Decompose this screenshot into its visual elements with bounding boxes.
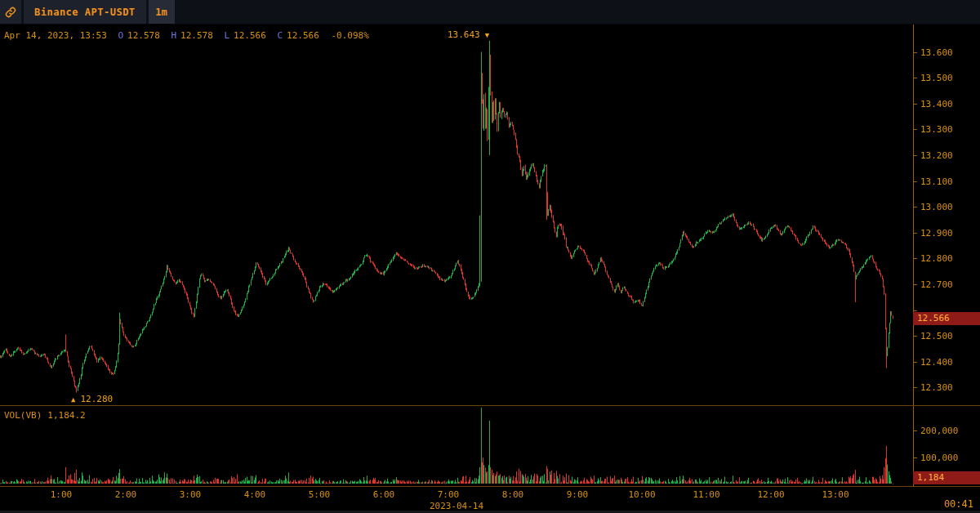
date-label: 2023-04-14 [430,501,483,511]
timeframe-label: 1m [155,7,167,18]
open-value: 12.578 [127,30,160,41]
arrow-down-icon: ▼ [485,31,489,39]
time-tick-label: 10:00 [628,489,655,500]
price-tick-label: 13.300 [920,124,953,135]
price-tick-mark [913,155,917,156]
price-tick-label: 13.000 [920,202,953,212]
last-volume-value: 1,184 [917,472,944,483]
time-tick-label: 5:00 [309,489,331,500]
volume-tick-mark [913,430,917,431]
last-price-value: 12.566 [917,313,950,323]
low-price-marker: ▲12.280 [71,394,113,404]
price-tick-mark [913,104,917,105]
high-price-marker: 13.643▼ [448,29,489,40]
high-marker-value: 13.643 [448,29,480,40]
price-tick-label: 13.200 [920,150,953,161]
price-tick-label: 13.500 [920,73,953,83]
last-volume-badge: 1,184 [913,471,980,484]
price-tick-mark [913,258,917,259]
price-tick-mark [913,387,917,388]
price-tick-label: 12.300 [920,382,953,393]
price-tick-mark [913,233,917,234]
time-tick-label: 11:00 [693,489,719,500]
symbol-button[interactable]: Binance APT-USDT [24,0,146,24]
volume-tick-mark [913,457,917,458]
top-bar: Binance APT-USDT 1m [0,0,980,25]
price-tick-label: 12.900 [920,228,953,239]
price-tick-mark [913,207,917,207]
high-label: H [171,30,176,41]
price-tick-label: 12.500 [920,331,953,341]
price-tick-mark [913,181,917,182]
time-tick-label: 1:00 [51,489,73,500]
high-value: 12.578 [180,30,213,41]
close-label: C [277,30,283,41]
price-tick-label: 12.800 [920,253,953,264]
price-tick-mark [913,362,917,363]
arrow-up-icon: ▲ [71,395,75,404]
price-tick-label: 13.400 [920,99,953,109]
time-tick-label: 8:00 [502,489,524,500]
time-tick-label: 3:00 [180,489,202,500]
pane-divider[interactable] [0,405,980,406]
price-tick-mark [913,310,917,311]
price-tick-label: 13.600 [920,47,953,58]
time-tick-label: 12:00 [757,489,784,500]
volume-indicator-name: VOL(VB) [4,410,42,421]
time-tick-label: 2:00 [115,489,137,500]
chain-link-icon [5,7,16,18]
link-button[interactable] [0,0,21,24]
price-tick-label: 12.400 [920,357,953,368]
time-tick-label: 4:00 [244,489,266,500]
trading-chart-app: Binance APT-USDT 1m Apr 14, 2023, 13:53 … [0,0,980,513]
low-label: L [224,30,229,41]
time-tick-label: 7:00 [438,489,460,500]
price-tick-label: 13.100 [920,176,953,187]
time-axis-divider [0,486,980,487]
candle-datetime: Apr 14, 2023, 13:53 [4,30,107,41]
timeframe-button[interactable]: 1m [149,0,175,24]
time-tick-label: 9:00 [567,489,589,500]
last-price-badge: 12.566 [913,312,980,325]
close-value: 12.566 [287,30,319,41]
price-tick-mark [913,284,917,285]
change-percent: -0.098% [331,30,368,41]
volume-tick-label: 200,000 [920,426,958,436]
open-label: O [118,30,123,41]
ohlc-row: Apr 14, 2023, 13:53 O12.578 H12.578 L12.… [4,30,369,41]
candle-countdown: 00:41 [944,498,973,510]
volume-tick-label: 100,000 [920,453,958,463]
volume-pane-label: VOL(VB)1,184.2 [4,410,86,421]
price-axis-line [913,25,914,486]
price-tick-mark [913,52,917,53]
price-tick-mark [913,336,917,337]
price-tick-mark [913,129,917,130]
time-tick-label: 13:00 [822,489,849,500]
low-marker-value: 12.280 [80,394,113,404]
symbol-label: Binance APT-USDT [34,7,136,18]
volume-indicator-value: 1,184.2 [47,410,85,421]
candlestick-canvas[interactable] [0,0,980,513]
time-tick-label: 6:00 [373,489,395,500]
low-value: 12.566 [234,30,266,41]
price-tick-mark [913,78,917,78]
price-tick-label: 12.700 [920,279,953,290]
